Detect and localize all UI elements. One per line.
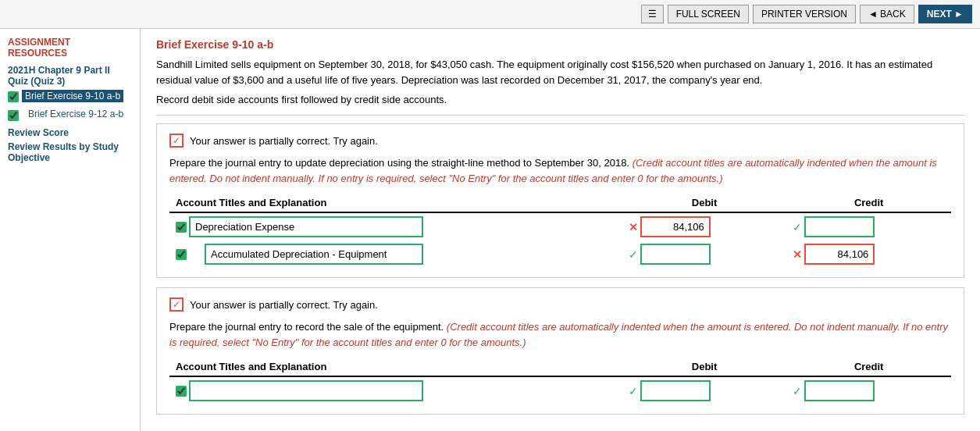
- table-row-1: ✕ ✓: [169, 212, 951, 240]
- partial-correct-text-a: Your answer is partially correct. Try ag…: [190, 135, 378, 147]
- exercise-title: Brief Exercise 9-10 a-b: [156, 38, 964, 51]
- row1-credit-cell: ✓: [786, 212, 951, 240]
- prepare-text-a: Prepare the journal entry to update depr…: [169, 155, 951, 186]
- review-results-link[interactable]: Review Results by Study Objective: [8, 141, 132, 163]
- row2-credit-input[interactable]: [804, 244, 875, 265]
- printer-version-button[interactable]: PRINTER VERSION: [753, 5, 856, 23]
- rowb1-credit-check-icon: ✓: [793, 385, 802, 397]
- row1-credit-input[interactable]: [804, 216, 875, 237]
- row2-credit-x-icon: ✕: [793, 248, 802, 261]
- row2-credit-cell: ✕: [786, 240, 951, 268]
- rowb1-credit-input[interactable]: [804, 380, 875, 401]
- account-cell-1: [169, 212, 622, 240]
- fullscreen-button[interactable]: FULL SCREEN: [668, 5, 749, 23]
- journal-table-a: Account Titles and Explanation Debit Cre…: [169, 194, 951, 268]
- rowb1-debit-input[interactable]: [640, 380, 711, 401]
- rowb1-debit-check-icon: ✓: [629, 385, 638, 397]
- rowb1-debit-cell: ✓: [622, 376, 787, 404]
- instruction-text: Record debit side accounts first followe…: [156, 94, 964, 105]
- problem-text: Sandhill Limited sells equipment on Sept…: [156, 57, 964, 87]
- sidebar-section-title: ASSIGNMENT RESOURCES: [8, 37, 132, 59]
- content-area: Brief Exercise 9-10 a-b Sandhill Limited…: [141, 29, 980, 431]
- partial-correct-banner-a: ✓ Your answer is partially correct. Try …: [169, 134, 951, 148]
- col-credit-b: Credit: [786, 358, 951, 376]
- table-row-b1: ✓ ✓: [169, 376, 951, 404]
- row2-checkbox[interactable]: [176, 249, 187, 260]
- row1-debit-cell: ✕: [622, 212, 787, 240]
- chapter-link[interactable]: 2021H Chapter 9 Part II Quiz (Quiz 3): [8, 65, 132, 87]
- next-button[interactable]: NEXT ►: [918, 5, 972, 23]
- rowb1-account-input[interactable]: [189, 380, 423, 401]
- col-debit-a: Debit: [622, 194, 787, 212]
- exercise-2-item: Brief Exercise 9-12 a-b: [8, 109, 132, 123]
- back-button[interactable]: ◄ BACK: [860, 5, 914, 23]
- row1-checkbox[interactable]: [176, 222, 187, 233]
- prepare-text-b: Prepare the journal entry to record the …: [169, 319, 951, 350]
- sidebar: ASSIGNMENT RESOURCES 2021H Chapter 9 Par…: [0, 29, 141, 431]
- col-debit-b: Debit: [622, 358, 787, 376]
- col-credit-a: Credit: [786, 194, 951, 212]
- rowb1-checkbox[interactable]: [176, 386, 187, 397]
- partial-check-icon-a: ✓: [169, 134, 184, 148]
- journal-table-b: Account Titles and Explanation Debit Cre…: [169, 358, 951, 404]
- col-account-a: Account Titles and Explanation: [169, 194, 622, 212]
- review-score-link[interactable]: Review Score: [8, 127, 132, 138]
- account-cell-b1: [169, 376, 622, 404]
- account-cell-2: [169, 240, 622, 268]
- menu-icon-button[interactable]: ☰: [641, 5, 664, 23]
- exercise-1-item: Brief Exercise 9-10 a-b: [8, 90, 132, 105]
- row1-debit-input[interactable]: [640, 216, 711, 237]
- exercise-1-checkbox[interactable]: [8, 91, 19, 102]
- col-account-b: Account Titles and Explanation: [169, 358, 622, 376]
- row1-account-input[interactable]: [189, 216, 423, 237]
- row2-debit-input[interactable]: [640, 244, 711, 265]
- table-row-2: ✓ ✕: [169, 240, 951, 268]
- partial-correct-text-b: Your answer is partially correct. Try ag…: [190, 299, 378, 311]
- main-layout: ASSIGNMENT RESOURCES 2021H Chapter 9 Par…: [0, 29, 980, 431]
- exercise-2-checkbox[interactable]: [8, 110, 19, 121]
- row2-debit-check-icon: ✓: [629, 248, 638, 261]
- top-bar: ☰ FULL SCREEN PRINTER VERSION ◄ BACK NEX…: [0, 0, 980, 29]
- exercise-2-link[interactable]: Brief Exercise 9-12 a-b: [22, 109, 123, 119]
- row2-debit-cell: ✓: [622, 240, 787, 268]
- section-a: ✓ Your answer is partially correct. Try …: [156, 123, 964, 278]
- partial-check-icon-b: ✓: [169, 297, 184, 312]
- row2-account-input[interactable]: [205, 244, 423, 265]
- row1-debit-x-icon: ✕: [629, 221, 638, 233]
- section-b: ✓ Your answer is partially correct. Try …: [156, 287, 964, 415]
- rowb1-credit-cell: ✓: [786, 376, 951, 404]
- partial-correct-banner-b: ✓ Your answer is partially correct. Try …: [169, 297, 951, 312]
- row1-credit-check-icon: ✓: [793, 221, 802, 233]
- exercise-1-link[interactable]: Brief Exercise 9-10 a-b: [22, 90, 123, 102]
